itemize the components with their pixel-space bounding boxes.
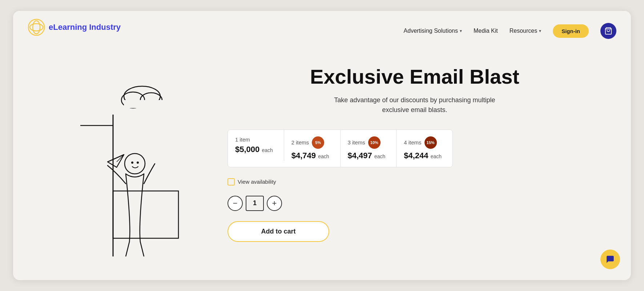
quantity-stepper: − 1 + [228, 196, 602, 211]
discount-badge-5: 5% [312, 136, 324, 149]
svg-line-17 [140, 242, 144, 256]
pricing-amount-2: $4,749 each [291, 151, 333, 160]
pricing-label-1: 1 item [235, 136, 277, 143]
chevron-down-icon: ▾ [539, 28, 541, 33]
logo-area[interactable]: eLearning Industry [28, 19, 121, 36]
pricing-cell-3: 3 items 10% $4,497 each [341, 130, 397, 167]
header: eLearning Industry Advertising Solutions… [13, 11, 631, 44]
svg-point-13 [137, 162, 139, 164]
main-content: Exclusive Email Blast Take advantage of … [13, 44, 631, 280]
product-illustration [37, 67, 189, 256]
availability-row[interactable]: View availability [228, 178, 602, 186]
nav-media-kit[interactable]: Media Kit [474, 28, 498, 34]
signin-button[interactable]: Sign-in [553, 24, 589, 38]
discount-badge-15: 15% [424, 136, 437, 149]
svg-line-16 [126, 242, 129, 256]
page-wrapper: < Back to eLearning Industry eLearning I… [13, 11, 631, 280]
chat-bubble-button[interactable] [600, 250, 620, 269]
cart-icon [604, 27, 612, 35]
pricing-cell-4: 4 items 15% $4,244 each [397, 130, 452, 167]
discount-badge-10: 10% [368, 136, 381, 149]
cart-button[interactable] [600, 23, 616, 39]
svg-marker-14 [108, 155, 124, 167]
calendar-icon [228, 178, 235, 186]
logo-icon [28, 19, 45, 36]
pricing-amount-1: $5,000 each [235, 145, 277, 154]
pricing-amount-3: $4,497 each [348, 151, 389, 160]
svg-point-0 [28, 19, 44, 35]
add-to-cart-button[interactable]: Add to cart [228, 221, 329, 242]
illustration-panel [13, 44, 213, 280]
pricing-amount-4: $4,244 each [404, 151, 445, 160]
svg-point-11 [125, 154, 145, 174]
chevron-down-icon: ▾ [460, 28, 462, 33]
pricing-label-3: 3 items 10% [348, 136, 389, 149]
svg-rect-10 [113, 191, 178, 238]
svg-point-1 [33, 21, 40, 34]
chat-icon [605, 255, 615, 264]
availability-text[interactable]: View availability [238, 179, 276, 185]
product-title: Exclusive Email Blast [228, 65, 602, 88]
svg-point-12 [131, 162, 133, 164]
main-nav: Advertising Solutions ▾ Media Kit Resour… [404, 23, 616, 39]
pricing-cell-1: 1 item $5,000 each [228, 130, 284, 161]
quantity-increase-button[interactable]: + [267, 196, 282, 211]
pricing-label-4: 4 items 15% [404, 136, 445, 149]
svg-rect-7 [124, 100, 164, 108]
nav-resources[interactable]: Resources ▾ [510, 28, 541, 34]
pricing-label-2: 2 items 5% [291, 136, 333, 149]
product-subtitle: Take advantage of our discounts by purch… [320, 95, 509, 115]
pricing-grid: 1 item $5,000 each 2 items 5% $4,749 [228, 129, 453, 167]
logo-text: eLearning Industry [49, 23, 121, 32]
quantity-display: 1 [246, 196, 264, 211]
pricing-cell-2: 2 items 5% $4,749 each [284, 130, 341, 167]
quantity-decrease-button[interactable]: − [228, 196, 243, 211]
nav-advertising-solutions[interactable]: Advertising Solutions ▾ [404, 28, 462, 34]
product-panel: Exclusive Email Blast Take advantage of … [213, 44, 631, 280]
svg-point-2 [30, 24, 43, 31]
